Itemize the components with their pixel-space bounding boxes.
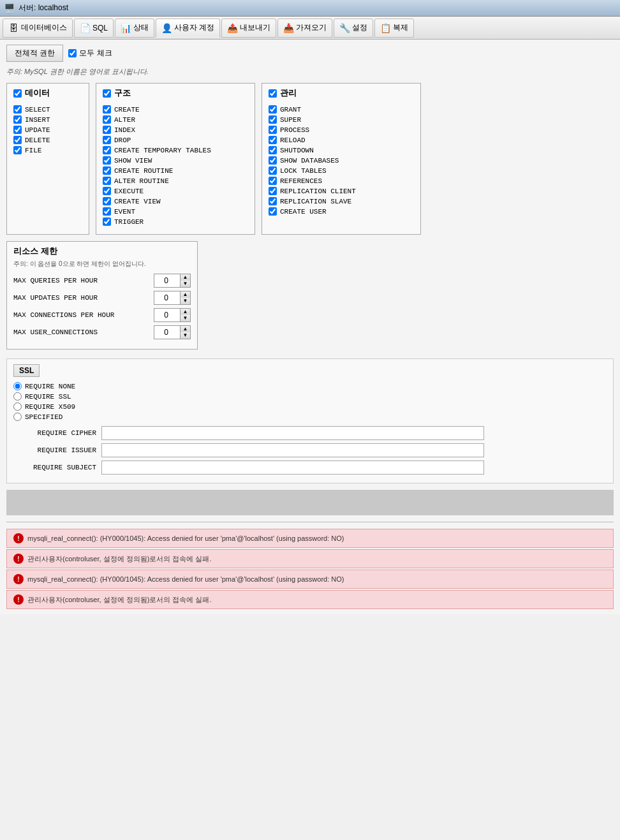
- tab-databases[interactable]: 🗄 데이터베이스: [3, 18, 73, 38]
- perm-create-checkbox[interactable]: [103, 105, 111, 114]
- perm-create-view-label: CREATE VIEW: [114, 198, 161, 205]
- export-icon: 📤: [227, 23, 237, 33]
- perm-lock-tables-checkbox[interactable]: [269, 166, 277, 175]
- resource-max-queries-up[interactable]: ▲: [180, 274, 190, 281]
- perm-drop-checkbox[interactable]: [103, 136, 111, 144]
- data-group-checkbox[interactable]: [13, 89, 22, 98]
- perm-update-checkbox[interactable]: [13, 126, 22, 134]
- perm-replication-slave-checkbox[interactable]: [269, 197, 277, 205]
- tab-status-label: 상태: [133, 22, 149, 33]
- resource-max-updates-down[interactable]: ▼: [180, 298, 190, 304]
- perm-references: REFERENCES: [269, 177, 414, 185]
- perm-shutdown-checkbox[interactable]: [269, 146, 277, 154]
- perm-show-databases-checkbox[interactable]: [269, 156, 277, 165]
- perm-process-checkbox[interactable]: [269, 126, 277, 134]
- gray-area: [6, 490, 614, 515]
- ssl-require-none-radio[interactable]: [13, 382, 22, 390]
- resource-max-queries: MAX QUERIES PER HOUR ▲ ▼: [13, 274, 191, 288]
- perm-alter-label: ALTER: [114, 116, 135, 124]
- tab-export[interactable]: 📤 내보내기: [221, 18, 276, 38]
- perm-execute-checkbox[interactable]: [103, 187, 111, 195]
- perm-alter-checkbox[interactable]: [103, 115, 111, 124]
- data-group-title: 데이터: [25, 87, 50, 99]
- admin-group: 관리 GRANT SUPER PROCESS RELOAD SHUTDOWN: [262, 83, 421, 235]
- perm-trigger-checkbox[interactable]: [103, 217, 111, 226]
- perm-insert: INSERT: [13, 115, 82, 124]
- ssl-header: SSL: [13, 364, 40, 377]
- resource-max-updates-up[interactable]: ▲: [180, 291, 190, 298]
- perm-select-label: SELECT: [25, 106, 50, 114]
- perm-delete-label: DELETE: [25, 136, 50, 144]
- perm-show-view-label: SHOW VIEW: [114, 157, 152, 165]
- resource-max-queries-down[interactable]: ▼: [180, 281, 190, 287]
- ssl-require-ssl[interactable]: REQUIRE SSL: [13, 392, 607, 401]
- perm-grant-checkbox[interactable]: [269, 105, 277, 114]
- admin-group-checkbox[interactable]: [269, 89, 277, 98]
- tab-settings[interactable]: 🔧 설정: [334, 18, 373, 38]
- perm-select-checkbox[interactable]: [13, 105, 22, 114]
- ssl-specified-radio[interactable]: [13, 413, 22, 421]
- resource-max-queries-input[interactable]: [154, 276, 180, 286]
- perm-reload-checkbox[interactable]: [269, 136, 277, 144]
- resource-max-connections-up[interactable]: ▲: [180, 309, 190, 315]
- perm-delete-checkbox[interactable]: [13, 136, 22, 144]
- ssl-require-ssl-radio[interactable]: [13, 392, 22, 401]
- ssl-require-issuer-input[interactable]: [101, 443, 484, 457]
- resource-max-user-connections-down[interactable]: ▼: [180, 332, 190, 339]
- error-text-1: mysqli_real_connect(): (HY000/1045): Acc…: [27, 534, 344, 542]
- title-bar: 🖥️ 서버: localhost: [0, 0, 620, 17]
- tab-import[interactable]: 📥 가져오기: [277, 18, 332, 38]
- perm-shutdown: SHUTDOWN: [269, 146, 414, 154]
- perm-create-user-checkbox[interactable]: [269, 207, 277, 216]
- perm-replication-client-checkbox[interactable]: [269, 187, 277, 195]
- replication-icon: 📋: [380, 23, 390, 33]
- ssl-require-x509-radio[interactable]: [13, 402, 22, 411]
- ssl-specified[interactable]: SPECIFIED: [13, 413, 607, 421]
- tab-replication-label: 복제: [393, 22, 408, 33]
- resource-max-user-connections-up[interactable]: ▲: [180, 326, 190, 332]
- error-msg-2: ! 관리사용자(controluser, 설정에 정의됨)로서의 접속에 실패.: [6, 549, 614, 568]
- resource-max-user-connections-input[interactable]: [154, 327, 180, 337]
- perm-create-temp-checkbox[interactable]: [103, 146, 111, 154]
- perm-index-checkbox[interactable]: [103, 126, 111, 134]
- tab-sql[interactable]: 📄 SQL: [74, 18, 114, 38]
- perm-alter: ALTER: [103, 115, 248, 124]
- perm-super: SUPER: [269, 115, 414, 124]
- perm-lock-tables-label: LOCK TABLES: [280, 167, 327, 175]
- structure-group-checkbox[interactable]: [103, 89, 111, 98]
- databases-icon: 🗄: [8, 23, 18, 33]
- tab-user-accounts[interactable]: 👤 사용자 계정: [156, 18, 220, 38]
- resource-max-updates-input[interactable]: [154, 293, 180, 303]
- check-all-checkbox[interactable]: [68, 49, 77, 57]
- perm-drop: DROP: [103, 136, 248, 144]
- ssl-require-none-label: REQUIRE NONE: [25, 383, 75, 390]
- tab-status[interactable]: 📊 상태: [115, 18, 154, 38]
- perm-create-routine: CREATE ROUTINE: [103, 166, 248, 175]
- perm-event-checkbox[interactable]: [103, 207, 111, 216]
- check-all-label[interactable]: 모두 체크: [68, 48, 112, 59]
- perm-show-view-checkbox[interactable]: [103, 156, 111, 165]
- resource-max-connections-input[interactable]: [154, 310, 180, 320]
- perm-file-checkbox[interactable]: [13, 146, 22, 154]
- perm-insert-checkbox[interactable]: [13, 115, 22, 124]
- perm-references-checkbox[interactable]: [269, 177, 277, 185]
- ssl-require-x509[interactable]: REQUIRE X509: [13, 402, 607, 411]
- ssl-require-cipher-row: REQUIRE CIPHER: [13, 426, 607, 440]
- ssl-require-cipher-label: REQUIRE CIPHER: [13, 429, 96, 437]
- perm-execute: EXECUTE: [103, 187, 248, 195]
- perm-create-routine-checkbox[interactable]: [103, 166, 111, 175]
- resource-max-connections-down[interactable]: ▼: [180, 315, 190, 321]
- tab-databases-label: 데이터베이스: [21, 22, 67, 33]
- perm-create: CREATE: [103, 105, 248, 114]
- all-permissions-button[interactable]: 전체적 권한: [6, 45, 63, 62]
- ssl-require-none[interactable]: REQUIRE NONE: [13, 382, 607, 390]
- perm-alter-routine-checkbox[interactable]: [103, 177, 111, 185]
- ssl-require-subject-input[interactable]: [101, 461, 484, 475]
- perm-create-view-checkbox[interactable]: [103, 197, 111, 205]
- ssl-require-cipher-input[interactable]: [101, 426, 484, 440]
- perm-super-checkbox[interactable]: [269, 115, 277, 124]
- error-section: ! mysqli_real_connect(): (HY000/1045): A…: [6, 529, 614, 609]
- perm-delete: DELETE: [13, 136, 82, 144]
- perm-lock-tables: LOCK TABLES: [269, 166, 414, 175]
- tab-replication[interactable]: 📋 복제: [374, 18, 414, 38]
